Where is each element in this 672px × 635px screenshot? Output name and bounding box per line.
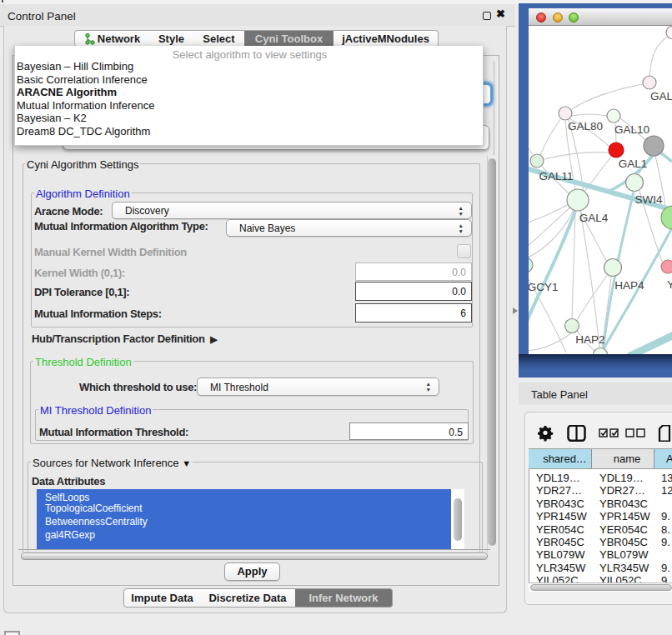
svg-text:GCY1: GCY1 — [529, 281, 558, 293]
svg-text:GAL11: GAL11 — [539, 170, 573, 182]
svg-text:GAL80: GAL80 — [568, 120, 603, 132]
svg-text:GAL1: GAL1 — [619, 158, 648, 170]
svg-text:HAP2: HAP2 — [575, 333, 604, 346]
svg-text:GAL10: GAL10 — [614, 123, 649, 136]
svg-text:Y: Y — [667, 278, 672, 291]
svg-text:GAL4: GAL4 — [579, 212, 609, 224]
svg-text:HAP4: HAP4 — [614, 279, 644, 292]
svg-text:GAL: GAL — [650, 90, 672, 102]
svg-text:SWI4: SWI4 — [634, 193, 662, 206]
